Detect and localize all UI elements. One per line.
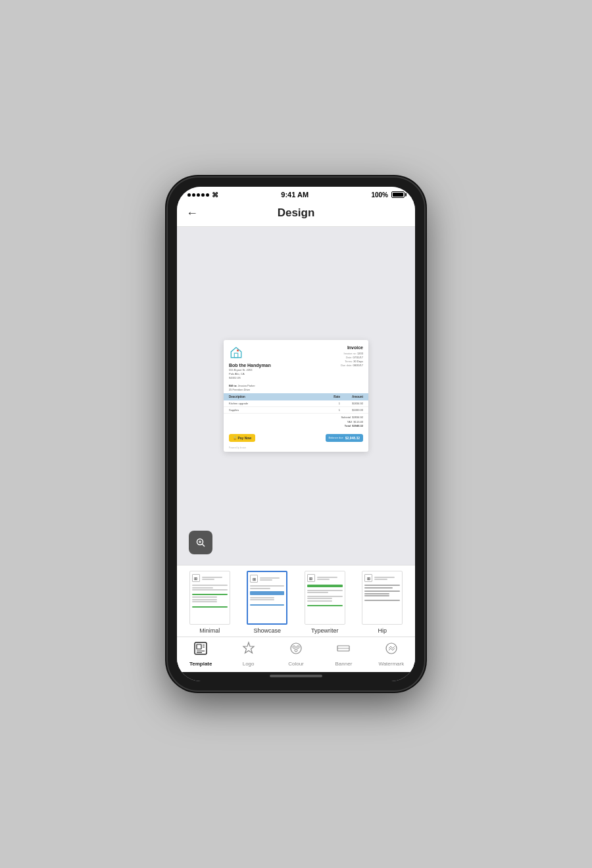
template-thumb-typewriter: ⊞	[305, 571, 345, 625]
status-bar: ⌘ 9:41 AM 100%	[177, 187, 415, 201]
tab-label-watermark: Watermark	[378, 661, 404, 667]
business-name: Bob the Handyman	[229, 363, 271, 368]
template-selector: ⊞	[177, 565, 415, 637]
svg-line-3	[203, 544, 205, 547]
hip-icon: ⊞	[364, 574, 372, 582]
signal-dots	[187, 193, 209, 197]
powered-by: Powered by Invoice	[224, 445, 368, 452]
zoom-button[interactable]	[189, 531, 212, 554]
tab-template[interactable]: Template	[177, 641, 224, 667]
phone-frame: ⌘ 9:41 AM 100% ← Design	[168, 178, 424, 690]
invoice-label: Invoice	[341, 345, 363, 350]
invoice-row-1: Kitchen upgrade 1 $1834.92	[224, 400, 368, 407]
typewriter-icon: ⊞	[307, 574, 315, 582]
battery-percent: 100%	[371, 191, 388, 199]
template-item-minimal[interactable]: ⊞	[182, 571, 237, 634]
invoice-details: Invoice no: 1203 Date: 07/31/17 Terms: 3…	[341, 352, 363, 368]
bill-to: Bill to: Jessica Parker 25 Freedom Drive	[224, 382, 368, 393]
signal-dot-5	[206, 193, 209, 197]
invoice-row-2: Supplies 1 $1000.00	[224, 407, 368, 414]
svg-point-13	[293, 646, 295, 648]
invoice-footer: 🔒 Pay Now Balance due $2,948.32	[224, 431, 368, 445]
logo-tab-icon	[241, 641, 256, 659]
invoice-header: Bob the Handyman 555 Bryant St. #263 Pal…	[224, 340, 368, 382]
preview-area: Bob the Handyman 555 Bryant St. #263 Pal…	[177, 227, 415, 565]
back-button[interactable]: ←	[186, 206, 198, 220]
wifi-icon: ⌘	[212, 191, 218, 199]
typewriter-header: ⊞	[307, 574, 343, 582]
showcase-icon: ⊞	[250, 575, 258, 583]
tab-label-logo: Logo	[243, 661, 255, 667]
nav-header: ← Design	[177, 201, 415, 227]
template-list: ⊞	[180, 571, 412, 634]
invoice-totals: Subtotal $2834.92 TAX $113.40 Total $294…	[224, 414, 368, 430]
signal-dot-4	[201, 193, 205, 197]
banner-tab-icon	[336, 641, 351, 659]
status-right: 100%	[371, 191, 405, 199]
minimal-lines	[192, 585, 228, 621]
invoice-meta: Invoice Invoice no: 1203 Date: 07/31/17 …	[341, 345, 363, 368]
template-thumb-minimal: ⊞	[189, 571, 230, 625]
tab-banner[interactable]: Banner	[320, 641, 367, 667]
showcase-lines	[250, 585, 284, 621]
template-item-typewriter[interactable]: ⊞	[297, 571, 353, 634]
main-content: Bob the Handyman 555 Bryant St. #263 Pal…	[177, 227, 415, 672]
tab-label-banner: Banner	[335, 661, 353, 667]
colour-tab-icon	[289, 641, 303, 659]
home-bar	[270, 675, 322, 677]
svg-point-12	[291, 643, 301, 654]
house-icon	[229, 345, 271, 362]
minimal-header: ⊞	[192, 574, 228, 582]
svg-point-14	[297, 646, 299, 648]
minimal-icon: ⊞	[192, 574, 200, 582]
screen: ⌘ 9:41 AM 100% ← Design	[177, 187, 415, 681]
showcase-header: ⊞	[250, 575, 284, 583]
template-item-showcase[interactable]: ⊞	[240, 571, 295, 634]
template-name-hip: Hip	[378, 627, 387, 634]
status-time: 9:41 AM	[281, 191, 308, 199]
invoice-card: Bob the Handyman 555 Bryant St. #263 Pal…	[224, 340, 368, 451]
svg-rect-1	[237, 350, 239, 352]
svg-rect-7	[197, 644, 201, 649]
signal-dot-2	[192, 193, 195, 197]
template-item-hip[interactable]: ⊞	[355, 571, 410, 634]
hip-header: ⊞	[364, 574, 400, 582]
signal-dot-1	[187, 193, 191, 197]
hip-lines	[364, 585, 400, 621]
template-name-showcase: Showcase	[253, 627, 281, 634]
home-indicator	[177, 672, 415, 681]
tab-watermark[interactable]: Watermark	[368, 641, 415, 667]
svg-rect-0	[234, 354, 238, 358]
invoice-logo: Bob the Handyman 555 Bryant St. #263 Pal…	[229, 345, 271, 379]
template-thumb-hip: ⊞	[362, 571, 403, 625]
typewriter-lines	[307, 585, 343, 621]
status-left: ⌘	[187, 191, 218, 199]
page-title: Design	[278, 206, 315, 220]
invoice-table-header: Description Rate Amount	[224, 393, 368, 400]
tab-logo[interactable]: Logo	[224, 641, 272, 667]
pay-now-button[interactable]: 🔒 Pay Now	[229, 434, 255, 442]
battery-fill	[393, 193, 403, 197]
watermark-tab-icon	[384, 641, 399, 659]
template-name-typewriter: Typewriter	[311, 627, 339, 634]
business-address: 555 Bryant St. #263 Palo Alto, CA 94301 …	[229, 368, 271, 379]
battery-icon	[391, 191, 405, 198]
tab-label-template: Template	[189, 661, 212, 667]
svg-point-15	[295, 649, 297, 652]
template-thumb-showcase: ⊞	[247, 571, 287, 625]
signal-dot-3	[197, 193, 200, 197]
template-tab-icon	[193, 641, 208, 659]
template-name-minimal: Minimal	[199, 627, 220, 634]
tab-colour[interactable]: Colour	[272, 641, 320, 667]
tab-bar: Template Logo	[177, 637, 415, 672]
balance-due: Balance due $2,948.32	[326, 434, 364, 442]
svg-point-18	[386, 643, 397, 654]
tab-label-colour: Colour	[288, 661, 304, 667]
